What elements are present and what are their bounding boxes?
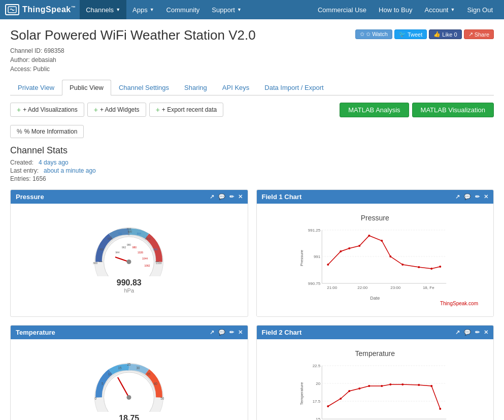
- nav-commercial[interactable]: Commercial Use: [312, 0, 373, 19]
- svg-point-49: [439, 266, 441, 268]
- more-info-row: % % More Information: [10, 125, 494, 138]
- svg-text:980: 980: [127, 244, 131, 246]
- tab-sharing[interactable]: Sharing: [177, 80, 215, 95]
- svg-text:400: 400: [99, 248, 104, 251]
- edit-icon-3[interactable]: ✏: [229, 329, 234, 336]
- last-entry-row: Last entry: about a minute ago: [10, 167, 494, 174]
- created-row: Created: 4 days ago: [10, 159, 494, 166]
- field1-chart-header: Field 1 Chart ↗ 💬 ✏ ✕: [257, 190, 494, 204]
- nav-community[interactable]: Community: [160, 0, 206, 19]
- edit-icon-4[interactable]: ✏: [475, 329, 480, 336]
- svg-text:45: 45: [156, 392, 160, 396]
- field2-chart-widget: Field 2 Chart ↗ 💬 ✏ ✕ Temperature: [256, 325, 494, 420]
- pressure-gauge-icons: ↗ 💬 ✏ ✕: [210, 193, 243, 200]
- share-icon: ↗: [468, 31, 473, 38]
- nav-apps[interactable]: Apps ▼: [126, 0, 160, 19]
- tab-private-view[interactable]: Private View: [10, 80, 62, 95]
- tab-api-keys[interactable]: API Keys: [215, 80, 257, 95]
- nav-how-to-buy[interactable]: How to Buy: [373, 0, 418, 19]
- field1-credit: ThingSpeak.com: [267, 301, 484, 306]
- external-link-icon[interactable]: ↗: [210, 193, 214, 200]
- svg-text:50: 50: [160, 397, 164, 400]
- add-widgets-button[interactable]: + + Add Widgets: [87, 103, 146, 117]
- svg-point-40: [340, 250, 342, 252]
- created-link[interactable]: 4 days ago: [39, 159, 69, 166]
- twitter-icon: 🐦: [399, 31, 406, 38]
- nav-support[interactable]: Support ▼: [206, 0, 247, 19]
- channel-stats: Channel Stats Created: 4 days ago Last e…: [10, 145, 494, 182]
- field1-chart-svg: 991.25 991 990.75 21:00 22:00 23:00 18, …: [267, 225, 484, 296]
- edit-icon[interactable]: ✏: [229, 193, 234, 200]
- like-icon: 👍: [433, 31, 441, 38]
- svg-text:17.5: 17.5: [312, 399, 320, 404]
- svg-point-47: [418, 266, 420, 268]
- comment-icon-2[interactable]: 💬: [464, 193, 471, 200]
- matlab-analysis-button[interactable]: MATLAB Analysis: [340, 103, 409, 117]
- nav-channels[interactable]: Channels ▼: [80, 0, 126, 19]
- entries-row: Entries: 1656: [10, 175, 494, 182]
- export-data-button[interactable]: + + Export recent data: [149, 103, 224, 117]
- channel-stats-title: Channel Stats: [10, 145, 494, 156]
- close-icon-2[interactable]: ✕: [484, 193, 488, 200]
- nav-account[interactable]: Account ▼: [419, 0, 461, 19]
- svg-text:864: 864: [137, 233, 141, 235]
- matlab-visualization-button[interactable]: MATLAB Visualization: [412, 103, 494, 117]
- external-link-icon-3[interactable]: ↗: [210, 329, 214, 336]
- external-link-icon-2[interactable]: ↗: [455, 193, 460, 200]
- tab-channel-settings[interactable]: Channel Settings: [111, 80, 177, 95]
- brand-name: ThingSpeak™: [22, 5, 76, 14]
- svg-text:1044: 1044: [142, 257, 148, 260]
- pressure-gauge-widget: Pressure ↗ 💬 ✏ ✕: [10, 189, 248, 317]
- like-button[interactable]: 👍 Like 0: [429, 29, 461, 39]
- svg-point-42: [358, 245, 360, 247]
- field1-chart-inner-title: Pressure: [267, 214, 484, 222]
- share-button[interactable]: ↗ Share: [464, 29, 494, 39]
- last-entry-link[interactable]: about a minute ago: [44, 167, 96, 174]
- external-link-icon-4[interactable]: ↗: [455, 329, 460, 336]
- matlab-buttons: MATLAB Analysis MATLAB Visualization: [340, 103, 494, 117]
- svg-point-41: [348, 247, 350, 249]
- close-icon-3[interactable]: ✕: [238, 329, 243, 336]
- svg-point-84: [389, 383, 391, 385]
- svg-point-45: [389, 255, 391, 257]
- svg-point-83: [381, 385, 383, 387]
- svg-text:990.75: 990.75: [308, 281, 320, 286]
- main-content: ✩ ✩ Watch 🐦 Tweet 👍 Like 0 ↗ Share Solar…: [0, 19, 504, 420]
- toolbar: + + Add Visualizations + + Add Widgets +…: [10, 103, 340, 117]
- tab-data-import-export[interactable]: Data Import / Export: [257, 80, 331, 95]
- svg-point-26: [127, 260, 131, 264]
- close-icon-4[interactable]: ✕: [484, 329, 488, 336]
- svg-text:22:00: 22:00: [357, 285, 368, 290]
- comment-icon[interactable]: 💬: [218, 193, 225, 200]
- svg-text:35: 35: [147, 372, 151, 376]
- temperature-value: 18.75: [119, 414, 139, 420]
- comment-icon-4[interactable]: 💬: [464, 329, 471, 336]
- comment-icon-3[interactable]: 💬: [218, 329, 225, 336]
- svg-text:15: 15: [118, 366, 122, 370]
- more-information-button[interactable]: % % More Information: [10, 125, 84, 138]
- field2-chart-body: Temperature 22.5 20 17.5: [257, 339, 494, 420]
- field1-chart-widget: Field 1 Chart ↗ 💬 ✏ ✕ Pressure: [256, 189, 494, 317]
- svg-text:40: 40: [154, 382, 158, 385]
- channel-id-row: Channel ID: 698358: [10, 47, 494, 54]
- svg-point-78: [327, 405, 329, 407]
- svg-text:10: 10: [108, 372, 112, 376]
- field1-chart-title: Field 1 Chart: [262, 193, 302, 201]
- watch-button[interactable]: ✩ ✩ Watch: [355, 29, 392, 39]
- field2-chart-header: Field 2 Chart ↗ 💬 ✏ ✕: [257, 326, 494, 339]
- field1-chart-icons: ↗ 💬 ✏ ✕: [455, 193, 488, 200]
- channels-caret: ▼: [116, 7, 120, 12]
- svg-point-80: [348, 390, 350, 392]
- tweet-button[interactable]: 🐦 Tweet: [394, 29, 427, 39]
- add-visualizations-button[interactable]: + + Add Visualizations: [10, 103, 84, 117]
- svg-text:5: 5: [102, 382, 104, 385]
- pressure-gauge-title: Pressure: [16, 193, 44, 201]
- svg-text:800: 800: [128, 231, 132, 233]
- brand-logo[interactable]: ThingSpeak™: [5, 4, 76, 15]
- percent-icon: %: [17, 128, 22, 135]
- close-icon[interactable]: ✕: [238, 193, 243, 200]
- tab-public-view[interactable]: Public View: [62, 80, 111, 95]
- svg-text:25: 25: [127, 363, 131, 366]
- edit-icon-2[interactable]: ✏: [475, 193, 480, 200]
- nav-sign-out[interactable]: Sign Out: [461, 0, 499, 19]
